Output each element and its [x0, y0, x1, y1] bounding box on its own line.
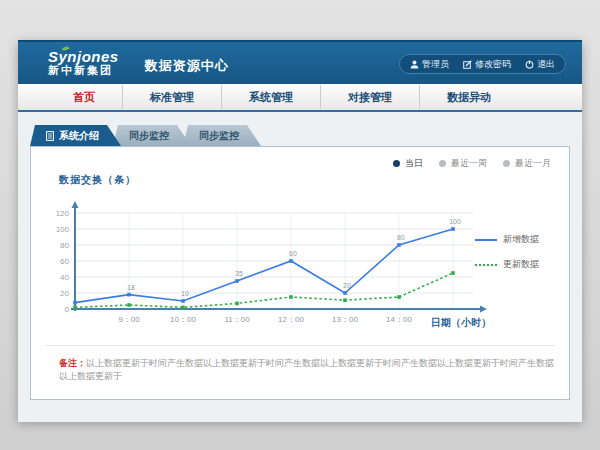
- user-name-label: 管理员: [422, 58, 449, 71]
- radio-today[interactable]: 当日: [393, 157, 423, 170]
- main-nav: 首页 标准管理 系统管理 对接管理 数据异动: [18, 84, 582, 112]
- svg-text:18: 18: [127, 284, 135, 291]
- svg-text:11：00: 11：00: [224, 315, 250, 324]
- radio-selected-icon: [393, 160, 400, 167]
- content-area: 系统介绍 同步监控 同步监控 当日 最近一周: [18, 112, 582, 422]
- chart-panel: 当日 最近一周 最近一月 数据交换（条） 0204060801001209：00…: [30, 146, 570, 400]
- chart-y-axis-title: 数据交换（条）: [59, 173, 136, 187]
- svg-text:100: 100: [56, 225, 70, 234]
- document-icon: [46, 131, 54, 141]
- svg-text:14：00: 14：00: [386, 315, 412, 324]
- radio-unselected-icon: [439, 160, 446, 167]
- logout-button[interactable]: 退出: [525, 58, 555, 71]
- nav-item-connect-mgmt[interactable]: 对接管理: [321, 85, 420, 109]
- nav-item-home[interactable]: 首页: [46, 85, 123, 109]
- footnote: 备注：以上数据更新于时间产生数据以上数据更新于时间产生数据以上数据更新于时间产生…: [59, 357, 555, 382]
- svg-text:80: 80: [397, 234, 405, 241]
- green-dotted-swatch: [475, 264, 497, 266]
- logout-label: 退出: [537, 58, 555, 71]
- svg-text:40: 40: [60, 273, 69, 282]
- logo-text-cn: 新中新集团: [48, 65, 119, 77]
- svg-text:13：00: 13：00: [332, 315, 358, 324]
- tab-bar: 系统介绍 同步监控 同步监控: [30, 125, 253, 146]
- page-title: 数据资源中心: [145, 57, 229, 75]
- tab-system-intro[interactable]: 系统介绍: [30, 125, 121, 146]
- logo-text-en: Synjones: [48, 49, 119, 65]
- footnote-text: 以上数据更新于时间产生数据以上数据更新于时间产生数据以上数据更新于时间产生数据以…: [59, 358, 554, 381]
- company-logo: Synjones 新中新集团: [48, 49, 119, 76]
- legend-label: 新增数据: [503, 233, 539, 246]
- edit-icon: [463, 60, 472, 69]
- svg-text:12：00: 12：00: [278, 315, 304, 324]
- period-filter: 当日 最近一周 最近一月: [393, 157, 551, 170]
- svg-text:10: 10: [181, 290, 189, 297]
- current-user[interactable]: 管理员: [410, 58, 449, 71]
- svg-text:120: 120: [56, 209, 70, 218]
- radio-label: 当日: [405, 157, 423, 170]
- footnote-label: 备注：: [59, 358, 86, 368]
- power-icon: [525, 60, 534, 69]
- screenshot-canvas: { "header": { "logo_line1": "Synjones", …: [0, 0, 600, 450]
- tab-label: 同步监控: [129, 129, 169, 143]
- line-chart: 0204060801001209：0010：0011：0012：0013：001…: [39, 191, 499, 333]
- radio-label: 最近一月: [515, 157, 551, 170]
- legend-label: 更新数据: [503, 258, 539, 271]
- svg-text:20: 20: [343, 282, 351, 289]
- nav-item-data-change[interactable]: 数据异动: [420, 85, 518, 109]
- tab-sync-monitor-2[interactable]: 同步监控: [183, 125, 261, 146]
- svg-text:60: 60: [60, 257, 69, 266]
- svg-text:日期（小时）: 日期（小时）: [431, 317, 491, 328]
- tab-label: 系统介绍: [59, 129, 99, 143]
- chart-legend: 新增数据 更新数据: [475, 233, 555, 283]
- radio-label: 最近一周: [451, 157, 487, 170]
- change-password-label: 修改密码: [475, 58, 511, 71]
- tab-sync-monitor-1[interactable]: 同步监控: [113, 125, 191, 146]
- svg-text:9：00: 9：00: [118, 315, 140, 324]
- user-toolbar: 管理员 修改密码 退出: [399, 54, 566, 74]
- divider: [45, 345, 555, 346]
- radio-last-month[interactable]: 最近一月: [503, 157, 551, 170]
- tab-label: 同步监控: [199, 129, 239, 143]
- svg-text:100: 100: [449, 218, 461, 225]
- change-password-button[interactable]: 修改密码: [463, 58, 511, 71]
- svg-text:0: 0: [65, 305, 70, 314]
- nav-item-standard-mgmt[interactable]: 标准管理: [123, 85, 222, 109]
- legend-item-new-data: 新增数据: [475, 233, 555, 246]
- radio-last-week[interactable]: 最近一周: [439, 157, 487, 170]
- app-window: Synjones 新中新集团 数据资源中心 管理员 修改密码 退出 首页 标准管…: [18, 40, 582, 420]
- radio-unselected-icon: [503, 160, 510, 167]
- svg-text:20: 20: [60, 289, 69, 298]
- svg-text:80: 80: [60, 241, 69, 250]
- legend-item-updated-data: 更新数据: [475, 258, 555, 271]
- svg-text:60: 60: [289, 250, 297, 257]
- nav-item-system-mgmt[interactable]: 系统管理: [222, 85, 321, 109]
- app-header: Synjones 新中新集团 数据资源中心 管理员 修改密码 退出: [18, 40, 582, 84]
- svg-text:35: 35: [235, 270, 243, 277]
- svg-text:10：00: 10：00: [170, 315, 196, 324]
- user-icon: [410, 60, 419, 69]
- blue-line-swatch: [475, 239, 497, 241]
